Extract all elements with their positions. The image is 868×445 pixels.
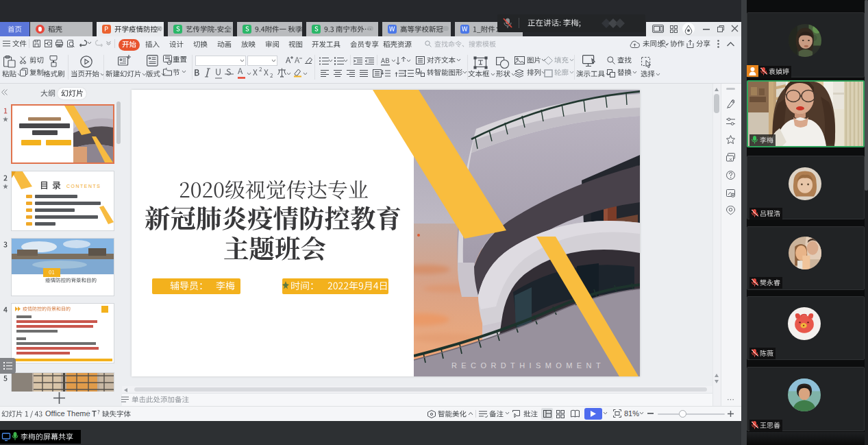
svg-text:CONTENTS: CONTENTS (66, 184, 101, 189)
